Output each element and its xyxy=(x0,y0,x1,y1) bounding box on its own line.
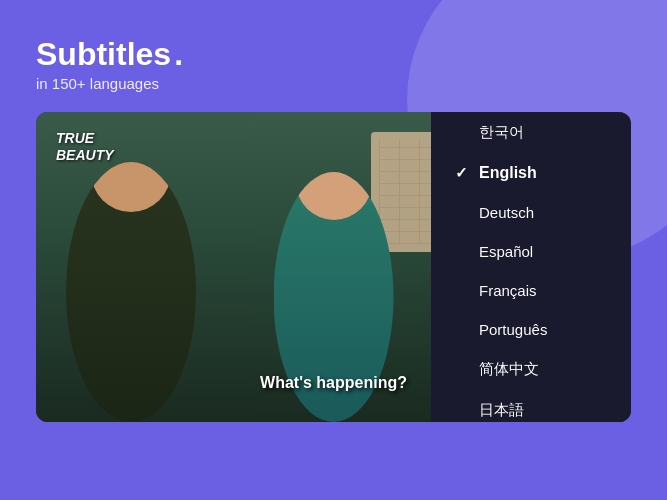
language-option[interactable]: Español xyxy=(431,232,631,271)
title-text: Subtitles xyxy=(36,36,171,73)
language-label: 한국어 xyxy=(479,123,524,142)
language-option[interactable]: Português xyxy=(431,310,631,349)
language-option[interactable]: 简体中文 xyxy=(431,349,631,390)
language-option[interactable]: 日本語 xyxy=(431,390,631,422)
subtitle-caption: What's happening? xyxy=(260,374,407,392)
page-title: Subtitles. xyxy=(36,36,631,73)
checkmark-icon: ✓ xyxy=(455,164,471,182)
language-option[interactable]: 한국어 xyxy=(431,112,631,153)
language-label: English xyxy=(479,164,537,182)
show-title: TrueBeauty xyxy=(56,130,114,164)
title-dot: . xyxy=(174,36,183,73)
video-player[interactable]: TrueBeauty What's happening? 한국어✓English… xyxy=(36,112,631,422)
page-subtitle: in 150+ languages xyxy=(36,75,631,92)
language-option[interactable]: ✓English xyxy=(431,153,631,193)
language-label: Português xyxy=(479,321,547,338)
language-option[interactable]: Français xyxy=(431,271,631,310)
language-label: Español xyxy=(479,243,533,260)
language-option[interactable]: Deutsch xyxy=(431,193,631,232)
language-label: 简体中文 xyxy=(479,360,539,379)
language-dropdown: 한국어✓EnglishDeutschEspañolFrançaisPortugu… xyxy=(431,112,631,422)
character-left xyxy=(66,162,196,422)
language-label: Français xyxy=(479,282,537,299)
language-label: 日本語 xyxy=(479,401,524,420)
header-section: Subtitles. in 150+ languages xyxy=(0,0,667,112)
language-label: Deutsch xyxy=(479,204,534,221)
